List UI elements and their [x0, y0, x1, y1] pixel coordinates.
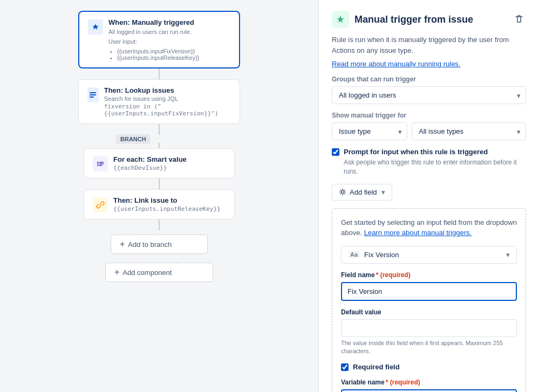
- branch-label: BRANCH: [116, 134, 151, 144]
- smart-subtitle: {{eachDevIsue}}: [113, 164, 187, 171]
- required-field-checkbox[interactable]: [341, 363, 349, 371]
- add-field-chevron: ▾: [381, 188, 385, 196]
- trigger-userinput: User input:: [108, 38, 199, 45]
- smart-icon: [93, 156, 108, 171]
- issue-type-dropdown[interactable]: Issue type: [332, 122, 407, 140]
- show-trigger-label: Show manual trigger for: [332, 112, 526, 119]
- variable-name-input[interactable]: [341, 389, 517, 392]
- svg-rect-5: [97, 165, 99, 166]
- connector-4: [159, 178, 160, 189]
- field-name-label: Field name* (required): [341, 271, 517, 279]
- lookup-icon: [87, 87, 99, 102]
- trigger-icon: [88, 19, 103, 35]
- groups-dropdown-wrapper: All logged in users: [332, 86, 526, 104]
- connector-1: [159, 68, 160, 79]
- groups-dropdown[interactable]: All logged in users: [332, 86, 526, 104]
- required-field-label[interactable]: Required field: [353, 363, 400, 371]
- link-title: Then: Link issue to: [113, 196, 221, 204]
- default-value-group: Default value The value inside this fiel…: [341, 308, 517, 356]
- field-name-input[interactable]: [341, 282, 517, 301]
- issue-type-wrapper: Issue type: [332, 122, 407, 140]
- add-to-branch-label: Add to branch: [128, 240, 172, 249]
- svg-rect-4: [97, 163, 99, 164]
- panel-description: Rule is run when it is manually triggere…: [332, 35, 526, 56]
- link-subtitle: {{userInputs.inputReleaseKey}}: [113, 205, 221, 212]
- svg-rect-8: [99, 165, 102, 166]
- add-to-branch-button[interactable]: + Add to branch: [111, 235, 208, 254]
- connector-5: [159, 219, 160, 230]
- read-more-link[interactable]: Read more about manually running rules.: [332, 60, 460, 68]
- right-panel: Manual trigger from issue Rule is run wh…: [318, 0, 539, 392]
- connector-2: [159, 124, 160, 135]
- link-icon: [93, 197, 108, 212]
- trigger-node[interactable]: When: Manually triggered All logged in u…: [78, 11, 240, 68]
- add-to-branch-plus: +: [120, 239, 125, 249]
- default-value-input[interactable]: [341, 319, 517, 337]
- delete-button[interactable]: [512, 12, 526, 27]
- default-value-label: Default value: [341, 308, 517, 316]
- learn-more-link[interactable]: Learn more about manual triggers.: [364, 229, 472, 237]
- svg-rect-1: [90, 94, 96, 95]
- prompt-checkbox[interactable]: [332, 148, 339, 156]
- groups-label: Groups that can run trigger: [332, 75, 526, 83]
- trigger-list-item-2: {{userInputs.inputReleaseKey}}: [117, 54, 199, 61]
- add-component-button[interactable]: + Add component: [105, 263, 213, 282]
- add-component-plus: +: [114, 267, 119, 277]
- lookup-title: Then: Lookup issues: [104, 86, 231, 94]
- gear-icon: [339, 188, 346, 196]
- all-issue-types-dropdown[interactable]: All issue types: [412, 122, 526, 140]
- connector-3: [159, 143, 160, 148]
- panel-title: Manual trigger from issue: [354, 14, 473, 25]
- panel-header: Manual trigger from issue: [332, 11, 526, 28]
- smart-node[interactable]: For each: Smart value {{eachDevIsue}}: [84, 148, 235, 178]
- all-issue-types-wrapper: All issue types: [412, 122, 526, 140]
- left-panel: When: Manually triggered All logged in u…: [0, 0, 318, 392]
- header-icon: [332, 11, 349, 28]
- trigger-list: {{userInputs.inputFixVersion}} {{userInp…: [108, 48, 199, 61]
- lookup-node[interactable]: Then: Lookup issues Search for issues us…: [78, 79, 240, 124]
- link-node[interactable]: Then: Link issue to {{userInputs.inputRe…: [84, 189, 235, 219]
- add-field-button[interactable]: Add field ▾: [332, 184, 392, 201]
- lookup-code: fixversion in ("{{userInputs.inputFixVer…: [104, 103, 231, 117]
- svg-rect-6: [99, 162, 104, 163]
- trigger-list-item-1: {{userInputs.inputFixVersion}}: [117, 48, 199, 54]
- add-field-label: Add field: [350, 188, 377, 196]
- prompt-checkbox-desc: Ask people who trigger this rule to ente…: [344, 158, 526, 176]
- panel-header-left: Manual trigger from issue: [332, 11, 473, 28]
- trigger-title: When: Manually triggered: [108, 18, 199, 26]
- prompt-checkbox-label[interactable]: Prompt for input when this rule is trigg…: [344, 148, 488, 156]
- trigger-subtitle: All logged in users can run rule.: [108, 29, 199, 35]
- field-name-group: Field name* (required): [341, 271, 517, 301]
- required-field-row: Required field: [341, 363, 517, 371]
- default-value-hint: The value inside this field when it firs…: [341, 339, 517, 356]
- variable-name-group: Variable name* (required) Access your va…: [341, 379, 517, 392]
- variable-name-label: Variable name* (required): [341, 379, 517, 386]
- fix-version-left: Aa Fix Version: [348, 251, 399, 259]
- svg-rect-0: [90, 92, 96, 93]
- prompt-checkbox-row: Prompt for input when this rule is trigg…: [332, 148, 526, 176]
- fix-version-label: Fix Version: [364, 251, 399, 259]
- fix-version-select-row[interactable]: Aa Fix Version ▾: [341, 246, 517, 264]
- show-trigger-row: Issue type All issue types: [332, 122, 526, 140]
- fields-section: Get started by selecting an input field …: [332, 208, 526, 392]
- svg-rect-7: [99, 163, 104, 164]
- text-type-icon: Aa: [348, 251, 360, 258]
- add-component-label: Add component: [122, 269, 172, 277]
- smart-title: For each: Smart value: [113, 155, 187, 163]
- fix-version-chevron: ▾: [506, 251, 510, 259]
- fields-hint: Get started by selecting an input field …: [341, 217, 517, 238]
- svg-rect-2: [90, 97, 94, 98]
- svg-rect-3: [97, 162, 99, 163]
- svg-point-9: [342, 191, 344, 194]
- lookup-subtitle: Search for issues using JQL: [104, 95, 231, 102]
